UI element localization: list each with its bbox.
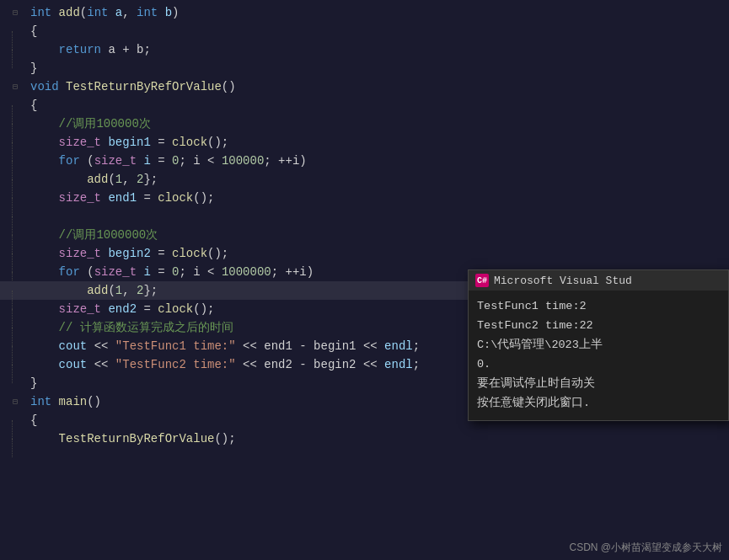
popup-line-4: 0. bbox=[477, 355, 720, 375]
code-text-14: size_t begin2 = clock(); bbox=[24, 244, 729, 263]
popup-titlebar: C# Microsoft Visual Stud bbox=[469, 270, 728, 291]
line-gutter-1: ⊟ bbox=[0, 8, 24, 18]
vs-icon: C# bbox=[475, 274, 489, 287]
code-line-7: //调用100000次 bbox=[0, 115, 729, 133]
code-line-12 bbox=[0, 207, 729, 226]
code-editor: ⊟int add(int a, int b){ return a + b;}⊟v… bbox=[0, 0, 729, 560]
code-line-2: { bbox=[0, 22, 729, 40]
output-popup: C# Microsoft Visual Stud TestFunc1 time:… bbox=[468, 269, 729, 421]
watermark: CSDN @小树苗渴望变成参天大树 bbox=[569, 541, 722, 555]
code-text-8: size_t begin1 = clock(); bbox=[24, 133, 729, 152]
code-line-3: return a + b; bbox=[0, 40, 729, 59]
popup-line-0: TestFunc1 time:2 bbox=[477, 297, 720, 317]
code-text-5: void TestReturnByRefOrValue() bbox=[24, 77, 729, 96]
code-line-24: TestReturnByRefOrValue(); bbox=[0, 429, 729, 448]
code-line-9: for (size_t i = 0; i < 100000; ++i) bbox=[0, 152, 729, 170]
popup-body: TestFunc1 time:2TestFunc2 time:22C:\代码管理… bbox=[469, 291, 728, 420]
code-line-13: //调用1000000次 bbox=[0, 226, 729, 244]
code-text-4: } bbox=[24, 59, 729, 77]
code-line-11: size_t end1 = clock(); bbox=[0, 189, 729, 207]
code-text-2: { bbox=[24, 22, 729, 40]
code-text-6: { bbox=[24, 96, 729, 115]
collapse-btn-1[interactable]: ⊟ bbox=[10, 8, 20, 18]
code-line-10: add(1, 2}; bbox=[0, 170, 729, 189]
code-line-14: size_t begin2 = clock(); bbox=[0, 244, 729, 263]
line-gutter-22: ⊟ bbox=[0, 397, 24, 407]
code-line-1: ⊟int add(int a, int b) bbox=[0, 3, 729, 22]
popup-title: Microsoft Visual Stud bbox=[494, 275, 632, 287]
code-text-1: int add(int a, int b) bbox=[24, 3, 729, 22]
popup-line-1: TestFunc2 time:22 bbox=[477, 317, 720, 336]
code-line-8: size_t begin1 = clock(); bbox=[0, 133, 729, 152]
collapse-btn-22[interactable]: ⊟ bbox=[10, 397, 20, 407]
popup-line-6: 按任意键关闭此窗口. bbox=[477, 394, 720, 413]
code-text-24: TestReturnByRefOrValue(); bbox=[24, 429, 729, 448]
popup-line-3: C:\代码管理\2023上半 bbox=[477, 336, 720, 355]
code-text-13: //调用1000000次 bbox=[24, 226, 729, 244]
collapse-btn-5[interactable]: ⊟ bbox=[10, 82, 20, 92]
code-text-7: //调用100000次 bbox=[24, 115, 729, 133]
code-line-6: { bbox=[0, 96, 729, 115]
popup-line-5: 要在调试停止时自动关 bbox=[477, 375, 720, 394]
code-text-9: for (size_t i = 0; i < 100000; ++i) bbox=[24, 152, 729, 170]
code-text-11: size_t end1 = clock(); bbox=[24, 189, 729, 207]
code-text-3: return a + b; bbox=[24, 40, 729, 59]
dot-line-24 bbox=[12, 439, 13, 457]
code-text-10: add(1, 2}; bbox=[24, 170, 729, 189]
line-gutter-5: ⊟ bbox=[0, 82, 24, 92]
code-line-5: ⊟void TestReturnByRefOrValue() bbox=[0, 77, 729, 96]
code-line-4: } bbox=[0, 59, 729, 77]
